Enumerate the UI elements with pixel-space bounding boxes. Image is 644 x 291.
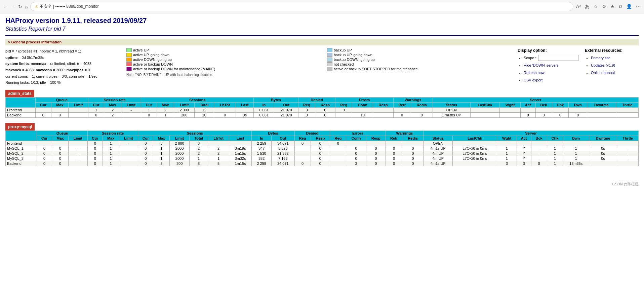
primary-site-anchor[interactable]: Primary site <box>591 56 610 60</box>
settings-icon[interactable]: ⚙ <box>602 4 606 10</box>
legend-soft-stopped: active or backup SOFT STOPPED for mainte… <box>327 67 518 71</box>
th2-s-last: Last <box>229 136 252 141</box>
updates-anchor[interactable]: Updates (v1.9) <box>591 63 615 67</box>
backup-up-gd-color <box>327 53 332 57</box>
menu-icon[interactable]: ⋯ <box>636 4 641 10</box>
profile-icon[interactable]: 👤 <box>626 4 632 10</box>
th2-server: Server <box>424 131 639 136</box>
admin-stats-section: admin_stats Queue Session rate Sessions … <box>5 90 639 118</box>
cell: 200 <box>170 161 190 166</box>
cell: 2 259 <box>252 141 272 146</box>
proxy-mysql-title-bar: proxy-mysql <box>5 123 639 131</box>
cell: 1 <box>141 108 157 113</box>
page-subtitle: Statistics Report for pid 7 <box>5 26 639 32</box>
cell: 1 <box>547 151 563 156</box>
forward-button[interactable]: → <box>11 4 15 9</box>
bookmark-icon[interactable]: ★ <box>610 4 615 10</box>
favorites-icon[interactable]: ☆ <box>594 4 598 10</box>
csv-export-anchor[interactable]: CSV export <box>524 78 542 82</box>
primary-site-link[interactable]: Primary site <box>591 54 639 62</box>
cell: 0 <box>87 141 103 146</box>
th-q-cur: Cur <box>35 103 51 108</box>
cell <box>214 108 236 113</box>
th2-s-cur: Cur <box>138 136 153 141</box>
cell: 1 <box>547 156 563 161</box>
cell: 1 <box>563 156 589 161</box>
th2-s-lbtot: LbTot <box>208 136 229 141</box>
maxsock-line: maxsock = 4038; maxconn = 2000; maxpipes… <box>5 67 99 73</box>
cell: 2 000 <box>174 108 195 113</box>
refresh-now-link[interactable]: Refresh now <box>524 69 585 76</box>
refresh-now-anchor[interactable]: Refresh now <box>524 71 545 75</box>
cell: - <box>617 146 639 151</box>
tab-icon[interactable]: ⧉ <box>619 4 622 10</box>
hide-down-link[interactable]: Hide 'DOWN' servers <box>524 62 585 69</box>
cell: 3 <box>517 161 531 166</box>
th-sv-dwn: Dwn <box>569 103 587 108</box>
home-button[interactable]: ⌂ <box>25 4 28 9</box>
cell <box>35 108 51 113</box>
cell <box>453 141 497 146</box>
th2-sv-act: Act <box>517 136 531 141</box>
csv-export-link[interactable]: CSV export <box>524 76 585 84</box>
online-manual-anchor[interactable]: Online manual <box>591 71 615 75</box>
read-icon[interactable]: あ <box>585 4 590 10</box>
external-resources-title: External resources: <box>585 48 622 53</box>
address-bar[interactable]: ⚠ 不安全 | ▪▪▪▪▪▪▪ 8888/dbs_monitor <box>30 2 573 11</box>
cell: 5 526 <box>272 146 295 151</box>
th-s-limit: Limit <box>174 103 195 108</box>
cell: - <box>69 146 88 151</box>
cell: 0 <box>366 146 386 151</box>
back-button[interactable]: ← <box>3 4 8 9</box>
cell: 0 <box>330 141 346 146</box>
cell: 0 <box>346 156 366 161</box>
cell <box>589 161 617 166</box>
th2-sr-cur: Cur <box>87 136 103 141</box>
cell: 0s <box>589 156 617 161</box>
th-e-req: Req <box>335 103 352 108</box>
th2-e-req: Req <box>330 136 346 141</box>
th-sv-thrtle: Thrtle <box>616 103 639 108</box>
admin-stats-title-bar: admin_stats <box>5 90 639 97</box>
backup-down-gu-color <box>327 58 332 62</box>
cell: 2 <box>104 113 121 118</box>
online-manual-link[interactable]: Online manual <box>591 69 639 76</box>
th-sr-cur: Cur <box>88 103 104 108</box>
updates-link[interactable]: Updates (v1.9) <box>591 62 639 69</box>
th2-q-limit: Limit <box>69 136 88 141</box>
table-row: Backend 0 0 0 1 0 3 200 8 5 1m15s 2 259 … <box>6 161 639 166</box>
general-info-header[interactable]: General process information <box>5 39 639 45</box>
cell <box>119 156 138 161</box>
cell: 0 <box>386 161 402 166</box>
page-title: HAProxy version 1.9.11, released 2019/09… <box>5 17 639 25</box>
admin-stats-table: Queue Session rate Sessions Bytes Denied… <box>5 97 639 118</box>
cell: 4m UP <box>424 151 453 156</box>
process-info: pid = 7 (process #1, nbproc = 1, nbthrea… <box>5 48 99 86</box>
hide-down-anchor[interactable]: Hide 'DOWN' servers <box>524 63 559 67</box>
main-content: HAProxy version 1.9.11, released 2019/09… <box>0 13 644 175</box>
scope-input[interactable] <box>538 55 578 61</box>
browser-icons: Aᵃ あ ☆ ⚙ ★ ⧉ 👤 ⋯ <box>576 4 641 10</box>
cell: 0 <box>37 146 52 151</box>
pid-line: pid = 7 (process #1, nbproc = 1, nbthrea… <box>5 48 99 54</box>
cell <box>616 113 639 118</box>
table-row: Frontend 0 1 - 0 3 2 000 8 2 259 34 071 … <box>6 141 639 146</box>
cell <box>500 108 520 113</box>
cell: 1 <box>497 151 517 156</box>
cell: 2 <box>208 151 229 156</box>
legend-grid: active UP backup UP active UP, going dow… <box>126 48 518 71</box>
cell: - <box>531 146 547 151</box>
cell: 4m UP <box>424 156 453 161</box>
cell: 2 000 <box>170 141 190 146</box>
cell <box>497 141 517 146</box>
refresh-button[interactable]: ↻ <box>18 4 22 9</box>
legend-active-down-going-up: active DOWN, going up <box>126 58 317 62</box>
display-options: Display option: Scope : Hide 'DOWN' serv… <box>518 48 585 86</box>
cell: - <box>69 151 88 156</box>
th2-q-max: Max <box>52 136 69 141</box>
cell: 0 <box>87 146 103 151</box>
th2-errors: Errors <box>330 131 386 136</box>
legend-active-backup-down: active or backup DOWN <box>126 62 317 66</box>
translate-icon[interactable]: Aᵃ <box>576 4 581 10</box>
system-limits-line: system limits: memmax = unlimited; ulimi… <box>5 61 99 67</box>
